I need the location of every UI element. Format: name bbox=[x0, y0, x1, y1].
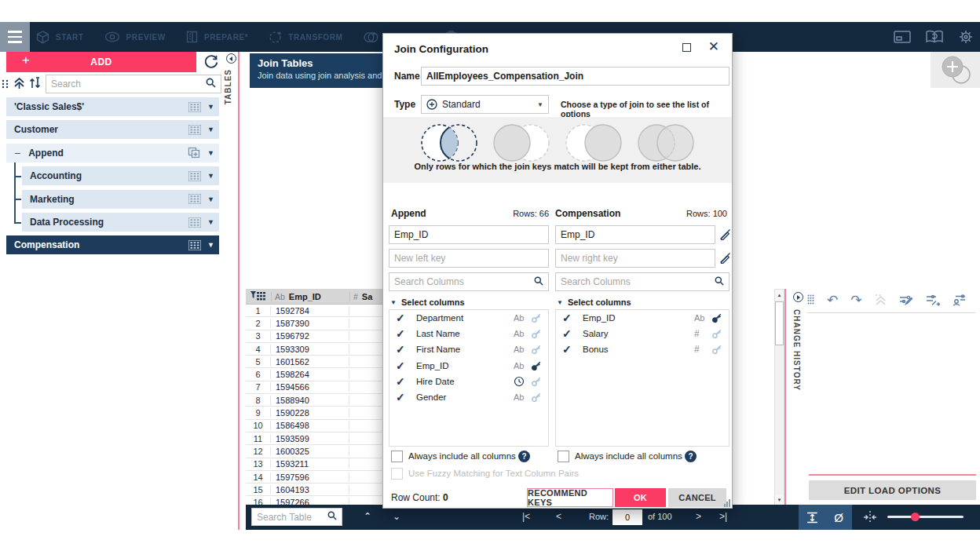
filter-grid-icon[interactable] bbox=[246, 291, 271, 302]
zoom-slider-thumb[interactable] bbox=[911, 513, 920, 521]
edit-load-options-button[interactable]: EDIT LOAD OPTIONS bbox=[809, 480, 976, 500]
left-join-key-input[interactable]: Emp_ID bbox=[389, 225, 549, 244]
column-item-first-name[interactable]: ✓First NameAb bbox=[389, 341, 548, 357]
sort-up-down-icon[interactable] bbox=[29, 77, 42, 93]
collapse-minus-icon[interactable]: − bbox=[14, 147, 20, 159]
collapse-tables-panel-icon[interactable] bbox=[226, 53, 236, 64]
check-icon[interactable]: ✓ bbox=[396, 312, 416, 324]
left-include-all-checkbox[interactable] bbox=[391, 451, 403, 462]
help-icon[interactable]: ? bbox=[518, 451, 530, 462]
caret-down-icon[interactable]: ▼ bbox=[207, 195, 214, 203]
nav-item-prepare[interactable]: PREPARE* bbox=[186, 31, 248, 43]
fuzzy-matching-checkbox[interactable] bbox=[391, 468, 403, 480]
last-row-button[interactable]: >| bbox=[719, 511, 727, 522]
recommend-keys-button[interactable]: RECOMMEND KEYS bbox=[527, 488, 613, 507]
first-row-button[interactable]: |< bbox=[522, 511, 530, 522]
table-row[interactable]: 151604193 bbox=[246, 483, 385, 496]
key-outline-icon[interactable] bbox=[531, 392, 543, 403]
key-outline-icon[interactable] bbox=[531, 328, 543, 339]
column-header-empid[interactable]: Ab Emp_ID bbox=[271, 292, 349, 301]
table-row[interactable]: 131593211 bbox=[246, 458, 385, 471]
column-item-last-name[interactable]: ✓Last NameAb bbox=[389, 326, 548, 341]
left-select-columns-header[interactable]: ▼ Select columns bbox=[390, 297, 465, 307]
close-icon[interactable]: ✕ bbox=[708, 38, 719, 55]
key-outline-icon[interactable] bbox=[711, 328, 724, 339]
sidebar-item-accounting[interactable]: Accounting▼ bbox=[22, 166, 219, 185]
check-icon[interactable]: ✓ bbox=[396, 327, 416, 340]
data-source-icon[interactable] bbox=[894, 30, 911, 44]
join-type-select[interactable]: Standard ▼ bbox=[421, 95, 549, 114]
promote-step-icon[interactable] bbox=[875, 294, 887, 306]
column-item-emp-id[interactable]: ✓Emp_IDAb bbox=[389, 358, 548, 374]
column-item-emp-id[interactable]: ✓Emp_IDAb bbox=[556, 310, 729, 326]
history-grip-icon[interactable] bbox=[807, 294, 814, 305]
fuzzy-edit-disabled-icon[interactable] bbox=[719, 228, 731, 243]
table-search-field[interactable]: Search Table bbox=[251, 508, 342, 526]
table-vertical-scrollbar[interactable]: ▲ ▼ bbox=[774, 289, 784, 505]
redo-icon[interactable]: ↷ bbox=[850, 292, 861, 308]
ok-button[interactable]: OK bbox=[615, 488, 666, 507]
help-book-icon[interactable] bbox=[925, 30, 944, 44]
insert-step-icon[interactable] bbox=[926, 294, 940, 306]
sidebar-item-append[interactable]: −Append▼ bbox=[6, 144, 219, 162]
expand-all-icon[interactable] bbox=[13, 77, 25, 93]
table-row[interactable]: 71594566 bbox=[246, 381, 385, 394]
caret-down-icon[interactable]: ▼ bbox=[207, 103, 214, 111]
table-row[interactable]: 21587390 bbox=[246, 317, 385, 330]
undo-icon[interactable]: ↶ bbox=[827, 292, 838, 308]
left-search-columns-field[interactable]: Search Columns bbox=[389, 272, 549, 291]
column-item-bonus[interactable]: ✓Bonus# bbox=[556, 341, 729, 357]
right-select-columns-header[interactable]: ▼ Select columns bbox=[557, 297, 631, 307]
column-header-salary[interactable]: # Sa bbox=[349, 292, 385, 301]
scroll-up-icon[interactable]: ▲ bbox=[775, 290, 784, 300]
hamburger-menu-icon[interactable] bbox=[0, 22, 30, 52]
key-outline-icon[interactable] bbox=[531, 344, 543, 355]
left-join-icon[interactable] bbox=[488, 122, 554, 163]
search-next-icon[interactable]: ⌄ bbox=[393, 511, 400, 522]
check-icon[interactable]: ✓ bbox=[396, 391, 416, 403]
column-item-department[interactable]: ✓DepartmentAb bbox=[389, 310, 548, 326]
sidebar-item-classic-sales[interactable]: 'Classic Sales$'▼ bbox=[6, 97, 219, 116]
change-history-tab-label[interactable]: CHANGE HISTORY bbox=[792, 309, 801, 391]
column-item-gender[interactable]: ✓GenderAb bbox=[389, 389, 548, 405]
collapse-history-panel-icon[interactable] bbox=[793, 292, 803, 302]
table-row[interactable]: 141597596 bbox=[246, 471, 385, 483]
join-name-input[interactable]: AllEmployees_Compensation_Join bbox=[421, 67, 730, 86]
refresh-tables-button[interactable] bbox=[201, 52, 221, 72]
empty-values-button[interactable]: Ø bbox=[825, 505, 852, 530]
table-row[interactable]: 51601562 bbox=[246, 356, 385, 368]
key-outline-icon[interactable] bbox=[531, 312, 543, 323]
table-row[interactable]: 111593599 bbox=[246, 432, 385, 445]
table-row[interactable]: 121600325 bbox=[246, 445, 385, 458]
new-left-key-input[interactable]: New left key bbox=[389, 249, 549, 268]
column-item-hire-date[interactable]: ✓Hire Date bbox=[389, 374, 548, 389]
nav-item-preview[interactable]: PREVIEW bbox=[104, 31, 166, 42]
sidebar-item-customer[interactable]: Customer▼ bbox=[6, 120, 219, 139]
key-filled-icon[interactable] bbox=[711, 312, 724, 323]
sidebar-item-compensation[interactable]: Compensation▼ bbox=[6, 235, 219, 254]
right-include-all-checkbox[interactable] bbox=[558, 451, 569, 462]
row-height-button[interactable] bbox=[799, 505, 825, 530]
fit-columns-button[interactable] bbox=[863, 511, 877, 527]
column-item-salary[interactable]: ✓Salary# bbox=[556, 326, 729, 341]
table-row[interactable]: 11592784 bbox=[246, 305, 385, 317]
inner-join-icon[interactable] bbox=[416, 122, 482, 163]
resize-grip-icon[interactable] bbox=[724, 499, 730, 507]
sidebar-search-field[interactable]: Search bbox=[46, 75, 221, 93]
full-outer-join-icon[interactable] bbox=[633, 122, 699, 163]
grip-icon[interactable] bbox=[2, 78, 9, 92]
caret-down-icon[interactable]: ▼ bbox=[207, 126, 214, 133]
right-search-columns-field[interactable]: Search Columns bbox=[555, 272, 730, 291]
table-row[interactable]: 101586498 bbox=[246, 420, 385, 432]
table-row[interactable]: 81588940 bbox=[246, 394, 385, 407]
zoom-slider[interactable] bbox=[887, 516, 964, 518]
add-table-button[interactable]: + ADD bbox=[6, 52, 196, 72]
person-step-icon[interactable] bbox=[953, 294, 967, 306]
check-icon[interactable]: ✓ bbox=[562, 312, 583, 324]
next-row-button[interactable]: > bbox=[696, 511, 701, 522]
nav-item-start[interactable]: START bbox=[36, 31, 84, 44]
tables-tab-label[interactable]: TABLES bbox=[224, 69, 232, 104]
check-icon[interactable]: ✓ bbox=[396, 375, 416, 388]
caret-down-icon[interactable]: ▼ bbox=[207, 172, 214, 180]
sidebar-item-marketing[interactable]: Marketing▼ bbox=[22, 190, 219, 209]
